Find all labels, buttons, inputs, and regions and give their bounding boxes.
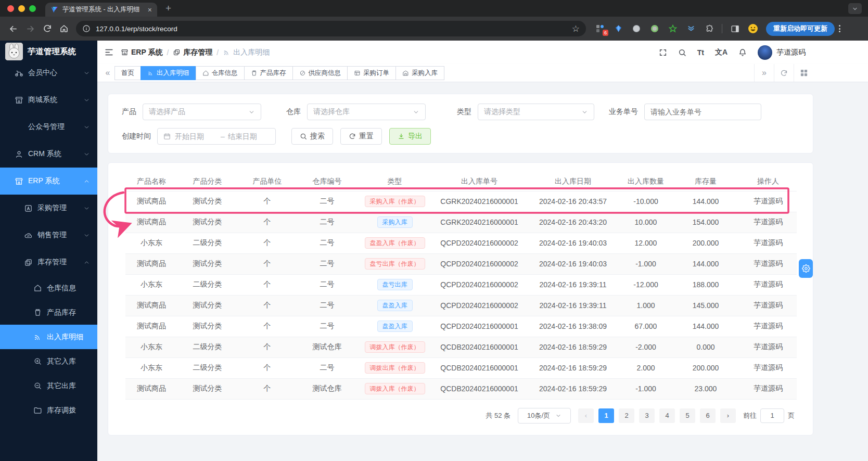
table-row[interactable]: 小东东二级分类个测试仓库调拨入库（作废）QCDB2024021600000120… [125,337,797,357]
fullscreen-icon[interactable] [659,48,667,57]
table-row[interactable]: 测试商品测试分类个二号采购入库（作废）CGRK20240216000001202… [125,191,797,212]
settings-drawer-button[interactable] [799,259,813,278]
new-tab-button[interactable]: + [165,3,171,14]
notification-bell-icon[interactable] [738,48,747,57]
table-row[interactable]: 小东东二级分类个二号调拨出库（作废）QCDB202402160000012024… [125,357,797,378]
app-header: ERP 系统/库存管理/出入库明细 Tt 文A 芋道源码 [97,41,868,64]
goto-page-input[interactable] [760,408,784,423]
extensions-puzzle-icon[interactable] [704,23,715,34]
page-button-2[interactable]: 2 [619,408,634,423]
sidebar-item-ERP 系统[interactable]: ERP 系统 [0,168,97,195]
extension-gray-icon[interactable] [631,23,642,34]
reload-button[interactable] [43,24,52,33]
date-start-input[interactable] [175,132,218,140]
locale-icon[interactable]: 文A [715,48,727,57]
column-header-类型: 类型 [357,172,432,191]
site-info-icon[interactable] [82,24,91,33]
table-row[interactable]: 小东东二级分类个二号盘亏出库QCPD202402160000022024-02-… [125,274,797,295]
tab-仓库信息[interactable]: 仓库信息 [196,66,245,80]
member-icon [15,69,23,78]
tab-search-button[interactable] [848,3,862,14]
side-panel-icon[interactable] [729,23,741,34]
sidebar-item-采购管理[interactable]: 采购管理 [0,195,97,222]
sidebar-item-CRM 系统[interactable]: CRM 系统 [0,140,97,168]
next-page-button[interactable]: › [720,408,736,423]
profile-avatar-icon[interactable] [747,23,759,34]
close-window-button[interactable] [7,5,14,12]
extension-chevrons-icon[interactable] [685,23,697,34]
page-button-1[interactable]: 1 [598,408,614,423]
tags-scroll-right-icon[interactable]: » [754,64,774,82]
window-controls[interactable] [7,5,36,12]
sidebar-item-产品库存[interactable]: 产品库存 [0,300,97,325]
sidebar-item-会员中心[interactable]: 会员中心 [0,59,97,86]
cell: 二级分类 [177,357,237,378]
product-select[interactable]: 请选择产品 [143,104,261,120]
extension-grid-icon[interactable]: 6 [594,23,606,34]
browser-menu-icon[interactable] [839,25,840,32]
sidebar-item-商城系统[interactable]: 商城系统 [0,86,97,113]
tab-首页[interactable]: 首页 [114,66,141,80]
browser-tab[interactable]: 芋道管理系统 - 出入库明细 × [45,3,157,17]
extension-gem-icon[interactable] [612,23,624,34]
breadcrumb-item-ERP 系统[interactable]: ERP 系统 [121,48,162,57]
back-button[interactable] [8,24,18,34]
maximize-window-button[interactable] [29,5,36,12]
page-size-select[interactable]: 10条/页 [518,408,571,424]
sidebar: 工作流程会员中心商城系统公众号管理CRM 系统ERP 系统采购管理销售管理库存管… [0,41,97,461]
collapse-sidebar-icon[interactable] [105,48,113,57]
font-size-icon[interactable]: Tt [697,48,704,57]
type-select[interactable]: 请选择类型 [478,104,594,120]
table-row[interactable]: 测试商品测试分类个二号盘盈入库QCPD202402160000022024-02… [125,295,797,316]
user-menu[interactable]: 芋道源码 [758,45,806,60]
warehouse-select[interactable]: 请选择仓库 [307,104,426,120]
prev-page-button[interactable]: ‹ [578,408,594,423]
tab-采购订单[interactable]: 采购订单 [347,66,396,80]
relaunch-update-button[interactable]: 重新启动即可更新 [766,22,835,36]
page-button-3[interactable]: 3 [639,408,655,423]
tags-refresh-icon[interactable] [774,64,794,82]
header-search-icon[interactable] [678,48,686,57]
forward-button[interactable] [25,24,35,34]
date-range-picker[interactable]: – [157,128,276,145]
sidebar-item-label: 产品库存 [47,308,90,317]
bookmark-star-icon[interactable]: ☆ [572,23,580,34]
tab-供应商信息[interactable]: 供应商信息 [292,66,348,80]
sidebar-item-仓库信息[interactable]: 仓库信息 [0,276,97,300]
minimize-window-button[interactable] [18,5,25,12]
sidebar-item-其它入库[interactable]: 其它入库 [0,349,97,374]
tab-产品库存[interactable]: 产品库存 [244,66,293,80]
tab-采购入库[interactable]: 采购入库 [395,66,444,80]
sidebar-item-销售管理[interactable]: 销售管理 [0,222,97,249]
sidebar-item-其它出库[interactable]: 其它出库 [0,374,97,398]
sidebar-item-库存调拨[interactable]: 库存调拨 [0,398,97,422]
export-button[interactable]: 导出 [389,128,431,145]
app-title: 芋道管理系统 [28,46,76,57]
table-row[interactable]: 测试商品测试分类个测试仓库调拨入库（作废）QCDB202402160000012… [125,378,797,399]
tab-close-icon[interactable]: × [148,6,152,14]
home-button[interactable] [59,24,69,33]
table-row[interactable]: 测试商品测试分类个二号盘盈入库QCPD202402160000012024-02… [125,316,797,337]
sidebar-item-库存管理[interactable]: 库存管理 [0,249,97,276]
extension-green-circle-icon[interactable] [649,23,660,34]
page-button-6[interactable]: 6 [700,408,716,423]
address-bar[interactable]: 127.0.0.1/erp/stock/record ☆ [76,21,586,36]
sidebar-item-出入库明细[interactable]: 出入库明细 [0,325,97,349]
tags-scroll-left-icon[interactable]: « [100,68,115,78]
table-row[interactable]: 测试商品测试分类个二号采购入库CGRK202402160000012024-02… [125,212,797,233]
bizno-input[interactable] [650,108,755,116]
tab-出入库明细[interactable]: 出入库明细 [141,66,196,80]
extension-star-icon[interactable] [667,23,679,34]
table-row[interactable]: 小东东二级分类个二号盘盈入库（作废）QCPD202402160000022024… [125,233,797,253]
tags-menu-icon[interactable] [794,64,813,82]
search-button[interactable]: 搜索 [291,128,333,145]
cell: 芋道源码 [739,295,797,316]
date-end-input[interactable] [228,132,271,140]
reset-button[interactable]: 重置 [340,128,382,145]
table-row[interactable]: 测试商品测试分类个二号盘亏出库（作废）QCPD20240216000002202… [125,253,797,274]
page-button-5[interactable]: 5 [680,408,695,423]
url-text[interactable]: 127.0.0.1/erp/stock/record [96,25,572,33]
page-button-4[interactable]: 4 [659,408,675,423]
sidebar-item-公众号管理[interactable]: 公众号管理 [0,113,97,140]
breadcrumb-item-库存管理[interactable]: 库存管理 [173,48,212,57]
